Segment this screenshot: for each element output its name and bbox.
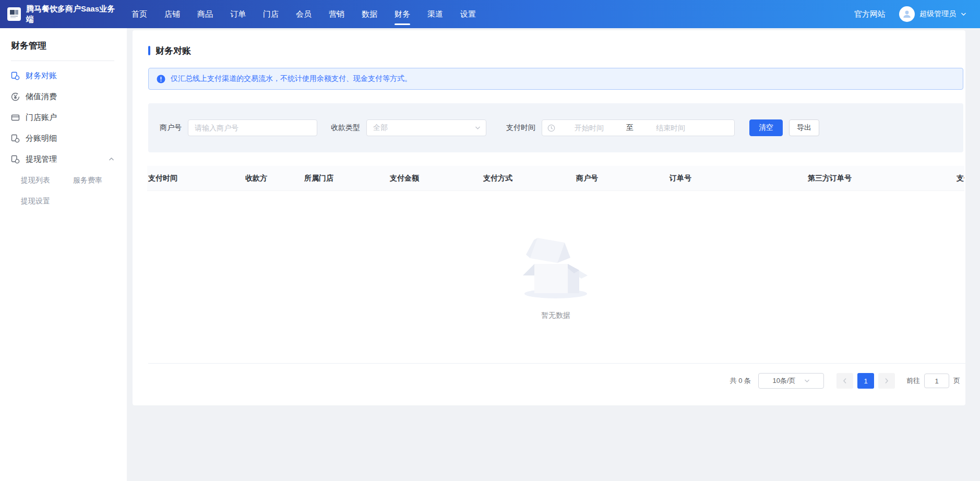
sidebar-item-label: 储值消费 [26, 92, 57, 102]
col-order-id: 订单号 [668, 174, 807, 183]
next-page-button[interactable] [878, 373, 895, 389]
sidebar-item-label: 分账明细 [26, 134, 57, 143]
page-size-select[interactable]: 10条/页 [758, 373, 824, 389]
sidebar-title: 财务管理 [11, 40, 117, 52]
ledger-icon [11, 155, 20, 164]
navbar-right: 官方网站 超级管理员 [854, 6, 980, 22]
sidebar-item-store-account[interactable]: 门店账户 [11, 107, 117, 128]
range-separator: 至 [623, 123, 637, 133]
nav-item-home[interactable]: 首页 [132, 0, 147, 28]
payment-type-select[interactable]: 全部 [366, 119, 486, 136]
user-name: 超级管理员 [919, 9, 956, 19]
table-header-row: 支付时间 收款方 所属门店 支付金额 支付方式 商户号 订单号 第三方订单号 支… [147, 166, 964, 191]
col-payee: 收款方 [244, 174, 303, 183]
payment-time-range-picker[interactable]: 至 [542, 119, 735, 136]
divider [148, 363, 965, 364]
title-accent-bar [148, 46, 150, 55]
content-area: 财务对账 仅汇总线上支付渠道的交易流水，不统计使用余额支付、现金支付等方式。 商… [127, 28, 980, 481]
app-title: 腾马餐饮多商户Saas业务端 [26, 4, 118, 25]
nav-item-finance[interactable]: 财务 [395, 0, 410, 28]
col-payment-status: 支付状态 [955, 174, 964, 183]
col-payment-time: 支付时间 [147, 174, 244, 183]
start-time-input[interactable] [555, 124, 623, 132]
pagination: 共 0 条 10条/页 1 前 [147, 373, 960, 389]
col-payment-method: 支付方式 [482, 174, 575, 183]
chevron-right-icon [885, 378, 889, 384]
goto-page-input[interactable] [924, 374, 949, 388]
col-merchant-id: 商户号 [575, 174, 668, 183]
sidebar-subitem-withdraw-settings[interactable]: 提现设置 [21, 190, 73, 211]
ledger-icon [11, 71, 20, 80]
empty-state: 暂无数据 [147, 191, 964, 363]
goto-label: 前往 [906, 376, 920, 386]
sidebar-item-label: 门店账户 [26, 113, 57, 123]
sidebar-item-stored-value[interactable]: 储值消费 [11, 86, 117, 107]
nav-item-stores[interactable]: 门店 [263, 0, 279, 28]
nav-item-orders[interactable]: 订单 [230, 0, 246, 28]
card-icon [11, 113, 20, 122]
top-navbar: 腾马餐饮多商户Saas业务端 首页 店铺 商品 订单 门店 会员 营销 数据 财… [0, 0, 980, 28]
sidebar-item-withdraw[interactable]: 提现管理 [11, 149, 117, 170]
payment-time-label: 支付时间 [506, 123, 535, 133]
info-alert: 仅汇总线上支付渠道的交易流水，不统计使用余额支付、现金支付等方式。 [148, 68, 963, 90]
chevron-down-icon [475, 126, 481, 130]
nav-item-members[interactable]: 会员 [296, 0, 312, 28]
sidebar-subitem-withdraw-list[interactable]: 提现列表 [21, 170, 73, 190]
page-number-1[interactable]: 1 [857, 373, 874, 389]
alert-text: 仅汇总线上支付渠道的交易流水，不统计使用余额支付、现金支付等方式。 [171, 74, 412, 83]
empty-box-illustration [517, 234, 595, 299]
user-menu[interactable]: 超级管理员 [899, 6, 966, 22]
sidebar-item-label: 财务对账 [26, 71, 57, 81]
avatar [899, 6, 915, 22]
finance-reconciliation-card: 财务对账 仅汇总线上支付渠道的交易流水，不统计使用余额支付、现金支付等方式。 商… [133, 30, 965, 405]
nav-item-channels[interactable]: 渠道 [427, 0, 443, 28]
info-icon [157, 75, 165, 83]
col-amount: 支付金额 [389, 174, 482, 183]
sidebar-subitem-service-rate[interactable]: 服务费率 [73, 170, 117, 190]
main-nav: 首页 店铺 商品 订单 门店 会员 营销 数据 财务 渠道 设置 [132, 0, 476, 28]
prev-page-button[interactable] [836, 373, 853, 389]
empty-text: 暂无数据 [541, 311, 570, 320]
user-icon [902, 9, 912, 19]
payment-type-label: 收款类型 [331, 123, 360, 133]
ledger-icon [11, 134, 20, 143]
export-button[interactable]: 导出 [789, 119, 819, 136]
total-count: 共 0 条 [730, 376, 751, 386]
merchant-id-input[interactable] [188, 119, 317, 136]
chevron-left-icon [843, 378, 847, 384]
chevron-down-icon [961, 12, 966, 16]
filter-bar: 商户号 收款类型 全部 支付时间 至 [148, 103, 963, 152]
chevron-up-icon[interactable] [109, 157, 114, 161]
logo-area: 腾马餐饮多商户Saas业务端 [0, 4, 124, 25]
reconciliation-table: 支付时间 收款方 所属门店 支付金额 支付方式 商户号 订单号 第三方订单号 支… [147, 166, 964, 363]
withdraw-submenu: 提现列表 服务费率 提现设置 [11, 170, 117, 211]
page-title: 财务对账 [148, 44, 965, 57]
sidebar-item-split-detail[interactable]: 分账明细 [11, 128, 117, 149]
end-time-input[interactable] [637, 124, 704, 132]
nav-item-shop[interactable]: 店铺 [164, 0, 180, 28]
divider [11, 61, 114, 61]
official-site-link[interactable]: 官方网站 [854, 9, 886, 19]
nav-item-settings[interactable]: 设置 [460, 0, 476, 28]
merchant-id-label: 商户号 [160, 123, 182, 133]
logo-icon [7, 7, 21, 21]
sidebar-item-reconciliation[interactable]: 财务对账 [11, 65, 117, 86]
nav-item-goods[interactable]: 商品 [197, 0, 213, 28]
nav-item-marketing[interactable]: 营销 [329, 0, 344, 28]
clock-icon [547, 124, 555, 132]
chevron-down-icon [804, 379, 810, 383]
sidebar: 财务管理 财务对账 储值消费 门店账户 分账明细 [0, 28, 127, 481]
nav-item-data[interactable]: 数据 [362, 0, 377, 28]
col-third-party-order-id: 第三方订单号 [807, 174, 955, 183]
col-store: 所属门店 [303, 174, 389, 183]
yen-circle-icon [11, 92, 20, 101]
sidebar-item-label: 提现管理 [26, 154, 57, 164]
page-unit-label: 页 [953, 376, 960, 386]
clear-button[interactable]: 清空 [749, 119, 783, 136]
